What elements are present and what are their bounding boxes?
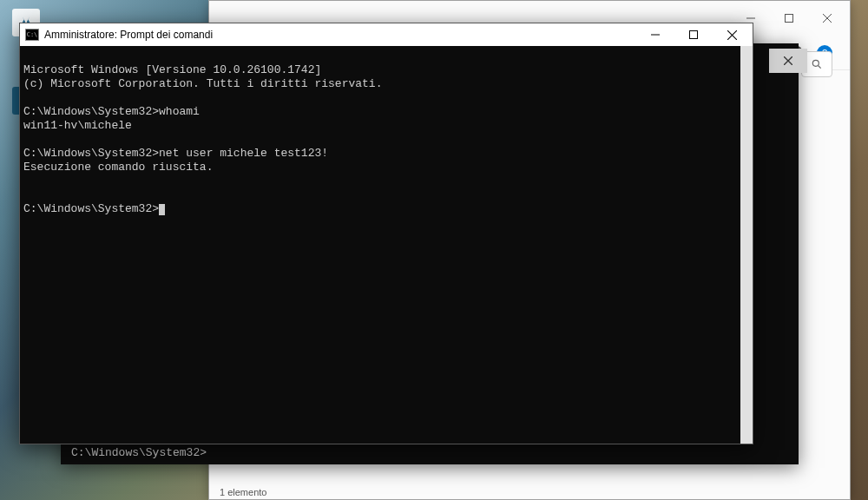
- maximize-button[interactable]: [674, 23, 713, 46]
- svg-point-4: [812, 60, 819, 66]
- terminal-prompt: C:\Windows\System32>: [23, 147, 159, 160]
- cmd-icon: C:\: [25, 29, 39, 41]
- tab-close-button[interactable]: [769, 49, 807, 73]
- terminal-area[interactable]: Microsoft Windows [Versione 10.0.26100.1…: [20, 46, 753, 444]
- minimize-button[interactable]: [636, 23, 674, 46]
- svg-rect-9: [690, 31, 698, 39]
- status-bar: 1 elemento: [220, 487, 266, 497]
- svg-rect-1: [786, 15, 793, 23]
- background-prompt: C:\Windows\System32>: [71, 446, 207, 459]
- terminal-command: whoami: [159, 105, 200, 118]
- close-button[interactable]: [713, 23, 751, 46]
- close-button[interactable]: [808, 5, 846, 31]
- terminal-prompt: C:\Windows\System32>: [23, 105, 159, 118]
- terminal-prompt: C:\Windows\System32>: [23, 202, 159, 215]
- cmd-window: C:\ Amministratore: Prompt dei comandi M…: [19, 23, 753, 444]
- search-icon: [811, 58, 823, 70]
- terminal-line: Microsoft Windows [Versione 10.0.26100.1…: [23, 63, 321, 76]
- scrollbar[interactable]: [740, 46, 753, 444]
- cursor: [159, 204, 165, 215]
- svg-line-5: [819, 66, 821, 69]
- terminal-command: net user michele test123!: [159, 147, 328, 160]
- cmd-titlebar[interactable]: C:\ Amministratore: Prompt dei comandi: [20, 23, 753, 46]
- maximize-button[interactable]: [770, 5, 808, 31]
- terminal-output: Esecuzione comando riuscita.: [23, 161, 213, 174]
- window-title: Amministratore: Prompt dei comandi: [44, 29, 636, 41]
- terminal-output: win11-hv\michele: [23, 119, 132, 132]
- status-text: 1 elemento: [220, 487, 266, 497]
- terminal-line: (c) Microsoft Corporation. Tutti i dirit…: [23, 77, 382, 90]
- close-icon: [784, 56, 792, 65]
